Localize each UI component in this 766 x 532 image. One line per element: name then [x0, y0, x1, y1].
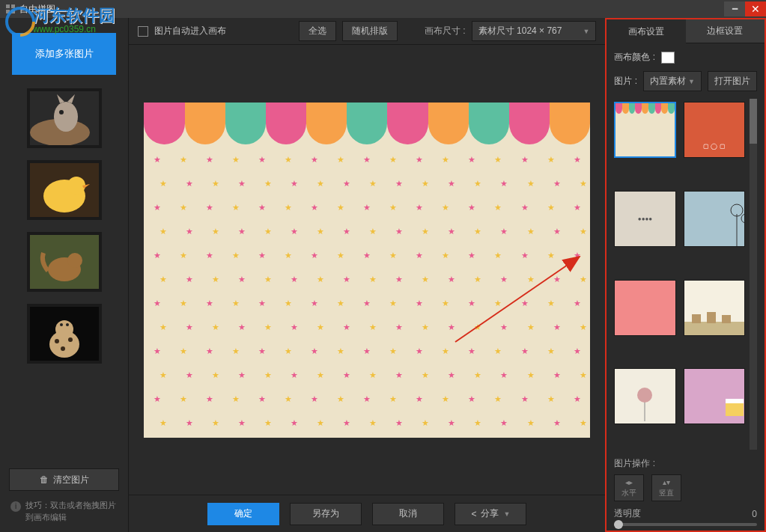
material-item[interactable]	[684, 280, 745, 336]
tab-border-settings[interactable]: 边框设置	[686, 19, 765, 43]
left-panel: 添加多张图片 🗑 清空图片 i 技巧：双击或者拖拽图片到画布编辑	[0, 18, 129, 532]
svg-rect-27	[684, 322, 744, 335]
save-as-button[interactable]: 另存为	[290, 503, 362, 525]
thumbnail-list	[6, 88, 122, 465]
material-scrollbar[interactable]	[750, 99, 757, 450]
canvas[interactable]: ★★★★★★★★★★★★★★★★★★★★★★★★★★★★★★★★★★★★★★★★…	[144, 103, 590, 438]
image-ops-label: 图片操作 :	[614, 457, 757, 470]
material-item[interactable]	[614, 280, 675, 336]
material-source-select[interactable]: 内置素材 ▼	[643, 71, 702, 91]
chevron-down-icon: ▼	[503, 510, 510, 518]
info-icon: i	[10, 501, 21, 512]
svg-rect-33	[726, 403, 744, 416]
svg-point-17	[60, 323, 63, 326]
material-item[interactable]: ▢ ◯ ▢	[684, 102, 745, 158]
thumbnail-item[interactable]	[27, 88, 102, 148]
right-panel: 画布设置 边框设置 画布颜色 : 图片 : 内置素材 ▼ 打开图片 ▢ ◯ ▢●…	[605, 18, 766, 532]
canvas-size-select[interactable]: 素材尺寸 1024 × 767 ▼	[472, 21, 597, 41]
canvas-color-label: 画布颜色 :	[614, 51, 655, 64]
opacity-label: 透明度	[614, 507, 641, 520]
chevron-down-icon: ▼	[583, 28, 589, 35]
window-title: 自由拼图	[19, 3, 724, 16]
flip-vertical-button[interactable]: ▴▾ 竖直	[651, 474, 681, 501]
svg-rect-3	[11, 10, 15, 13]
svg-point-21	[61, 346, 65, 351]
material-item[interactable]	[614, 368, 675, 424]
svg-point-32	[637, 388, 652, 403]
pic-label: 图片 :	[614, 75, 637, 88]
svg-rect-30	[722, 315, 731, 323]
clear-images-button[interactable]: 🗑 清空图片	[9, 468, 119, 491]
svg-rect-29	[707, 312, 716, 323]
material-item[interactable]: ●●●●	[614, 191, 675, 247]
svg-rect-28	[692, 314, 701, 323]
svg-point-7	[59, 110, 64, 114]
opacity-slider-thumb[interactable]	[614, 520, 623, 529]
thumbnail-item[interactable]	[27, 160, 102, 220]
titlebar: 自由拼图 ━ ✕	[0, 0, 766, 18]
canvas-size-label: 画布尺寸 :	[425, 25, 466, 37]
svg-point-6	[54, 102, 78, 132]
share-icon: <	[471, 509, 476, 519]
center-area: 图片自动进入画布 全选 随机排版 画布尺寸 : 素材尺寸 1024 × 767 …	[129, 18, 605, 532]
trash-icon: 🗑	[40, 474, 49, 485]
chevron-down-icon: ▼	[688, 78, 695, 85]
svg-point-26	[741, 214, 744, 223]
share-button[interactable]: < 分享 ▼	[455, 503, 526, 525]
minimize-button[interactable]: ━	[724, 1, 745, 16]
material-grid: ▢ ◯ ▢●●●●	[614, 102, 745, 450]
thumbnail-item[interactable]	[27, 232, 102, 292]
thumbnail-item[interactable]	[27, 304, 102, 364]
tip-text: 技巧：双击或者拖拽图片到画布编辑	[25, 500, 118, 523]
svg-rect-2	[6, 10, 10, 13]
opacity-slider[interactable]	[614, 523, 757, 526]
random-layout-button[interactable]: 随机排版	[342, 21, 398, 41]
svg-rect-34	[726, 399, 744, 403]
material-item[interactable]	[684, 368, 745, 424]
svg-point-18	[66, 323, 69, 326]
svg-point-19	[55, 339, 59, 343]
svg-rect-1	[11, 4, 15, 8]
tab-canvas-settings[interactable]: 画布设置	[607, 19, 685, 43]
svg-point-13	[67, 253, 82, 268]
annotation-arrow	[144, 103, 590, 438]
toolbar: 图片自动进入画布 全选 随机排版 画布尺寸 : 素材尺寸 1024 × 767 …	[129, 18, 605, 45]
add-images-button[interactable]: 添加多张图片	[12, 33, 116, 75]
auto-enter-checkbox[interactable]	[138, 26, 148, 37]
bottom-bar: 确定 另存为 取消 < 分享 ▼	[129, 495, 605, 532]
svg-line-22	[455, 257, 580, 342]
auto-enter-label: 图片自动进入画布	[154, 25, 226, 37]
open-image-button[interactable]: 打开图片	[708, 71, 757, 91]
material-item[interactable]	[684, 191, 745, 247]
close-button[interactable]: ✕	[745, 1, 766, 16]
canvas-color-swatch[interactable]	[661, 52, 675, 64]
flip-horizontal-button[interactable]: ◂▸ 水平	[614, 474, 644, 501]
cancel-button[interactable]: 取消	[372, 503, 444, 525]
collage-icon	[6, 4, 15, 13]
svg-point-16	[55, 320, 73, 338]
svg-point-20	[68, 337, 73, 342]
ok-button[interactable]: 确定	[207, 503, 279, 525]
opacity-value: 0	[752, 509, 757, 519]
tip-row: i 技巧：双击或者拖拽图片到画布编辑	[6, 497, 122, 526]
material-item[interactable]	[614, 102, 675, 158]
svg-rect-0	[6, 4, 10, 8]
flip-h-icon: ◂▸	[625, 478, 633, 486]
flip-v-icon: ▴▾	[663, 478, 670, 486]
select-all-button[interactable]: 全选	[299, 21, 336, 41]
